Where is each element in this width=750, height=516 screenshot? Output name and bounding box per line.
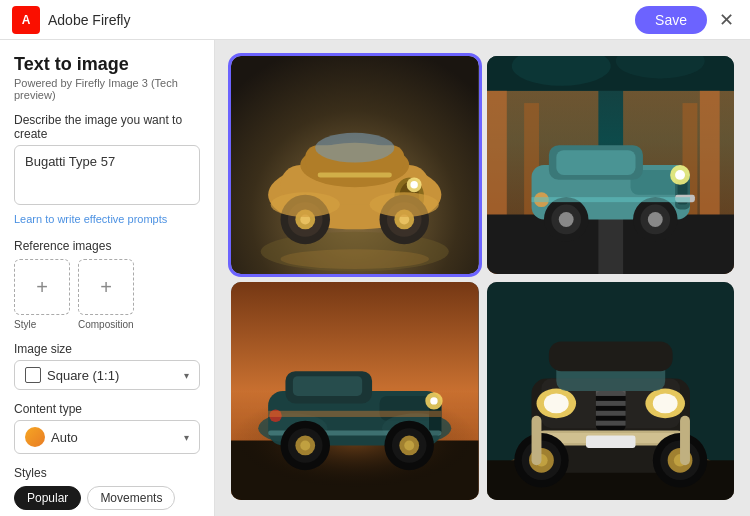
styles-section: Styles Popular Movements Themes	[14, 466, 200, 516]
svg-point-19	[271, 192, 340, 217]
image-card-1[interactable]	[231, 56, 479, 274]
styles-label: Styles	[14, 466, 200, 480]
svg-rect-98	[595, 411, 625, 416]
image-size-select[interactable]: Square (1:1) Landscape (4:3) Portrait (3…	[47, 368, 189, 383]
content-type-label: Content type	[14, 402, 200, 416]
main-content: Text to image Powered by Firefly Image 3…	[0, 40, 750, 516]
image-size-label: Image size	[14, 342, 200, 356]
svg-point-6	[315, 133, 394, 163]
svg-point-69	[430, 397, 437, 404]
sidebar: Text to image Powered by Firefly Image 3…	[0, 40, 215, 516]
auto-avatar	[25, 427, 45, 447]
svg-point-22	[281, 249, 430, 269]
style-ref-box: + Style	[14, 259, 70, 330]
close-button[interactable]: ✕	[715, 5, 738, 35]
svg-rect-117	[531, 416, 541, 466]
learn-link[interactable]: Learn to write effective prompts	[14, 213, 167, 225]
svg-rect-66	[293, 376, 362, 396]
svg-rect-80	[268, 411, 441, 417]
svg-rect-31	[598, 215, 623, 275]
svg-point-10	[410, 181, 417, 188]
svg-rect-35	[556, 150, 635, 175]
svg-point-46	[647, 212, 662, 227]
content-type-select-wrapper[interactable]: Auto Photo Art ▾	[14, 420, 200, 454]
reference-images-section: Reference images + Style + Composition	[14, 239, 200, 330]
svg-point-43	[558, 212, 573, 227]
app-title: Adobe Firefly	[48, 12, 130, 28]
composition-label: Composition	[78, 319, 134, 330]
prompt-label: Describe the image you want to create	[14, 113, 200, 141]
square-icon	[25, 367, 41, 383]
svg-rect-21	[318, 172, 392, 177]
svg-rect-106	[586, 436, 636, 448]
ref-images-row: + Style + Composition	[14, 259, 200, 330]
prompt-section: Describe the image you want to create Bu…	[14, 113, 200, 227]
svg-point-103	[652, 393, 677, 413]
save-button[interactable]: Save	[635, 6, 707, 34]
svg-rect-116	[548, 342, 672, 372]
svg-rect-118	[680, 416, 690, 466]
image-card-4[interactable]	[487, 282, 735, 500]
image-card-2[interactable]	[487, 56, 735, 274]
header-right: Save ✕	[635, 5, 738, 35]
svg-rect-99	[595, 421, 625, 426]
sidebar-title: Text to image	[14, 54, 200, 75]
content-type-section: Content type Auto Photo Art ▾	[14, 402, 200, 454]
style-tab-movements[interactable]: Movements	[87, 486, 175, 510]
ref-images-label: Reference images	[14, 239, 200, 253]
image-size-section: Image size Square (1:1) Landscape (4:3) …	[14, 342, 200, 390]
prompt-input[interactable]: Bugatti Type 57	[14, 145, 200, 205]
svg-point-101	[543, 393, 568, 413]
add-style-ref-button[interactable]: +	[14, 259, 70, 315]
image-card-3[interactable]	[231, 282, 479, 500]
chevron-down-icon: ▾	[184, 370, 189, 381]
header-left: A Adobe Firefly	[12, 6, 130, 34]
svg-point-20	[370, 192, 439, 217]
composition-ref-box: + Composition	[78, 259, 134, 330]
style-label: Style	[14, 319, 70, 330]
chevron-down-icon-2: ▾	[184, 432, 189, 443]
svg-point-39	[675, 170, 685, 180]
image-size-select-wrapper[interactable]: Square (1:1) Landscape (4:3) Portrait (3…	[14, 360, 200, 390]
image-grid	[215, 40, 750, 516]
svg-rect-48	[531, 197, 689, 202]
style-tabs: Popular Movements Themes	[14, 486, 200, 516]
svg-point-79	[404, 441, 414, 451]
adobe-logo: A	[12, 6, 40, 34]
add-composition-ref-button[interactable]: +	[78, 259, 134, 315]
svg-rect-97	[595, 401, 625, 406]
style-tab-popular[interactable]: Popular	[14, 486, 81, 510]
svg-point-75	[300, 441, 310, 451]
sidebar-subtitle: Powered by Firefly Image 3 (Tech preview…	[14, 77, 200, 101]
svg-rect-96	[595, 391, 625, 396]
app-header: A Adobe Firefly Save ✕	[0, 0, 750, 40]
content-type-select[interactable]: Auto Photo Art	[51, 430, 189, 445]
sidebar-heading: Text to image Powered by Firefly Image 3…	[14, 54, 200, 101]
